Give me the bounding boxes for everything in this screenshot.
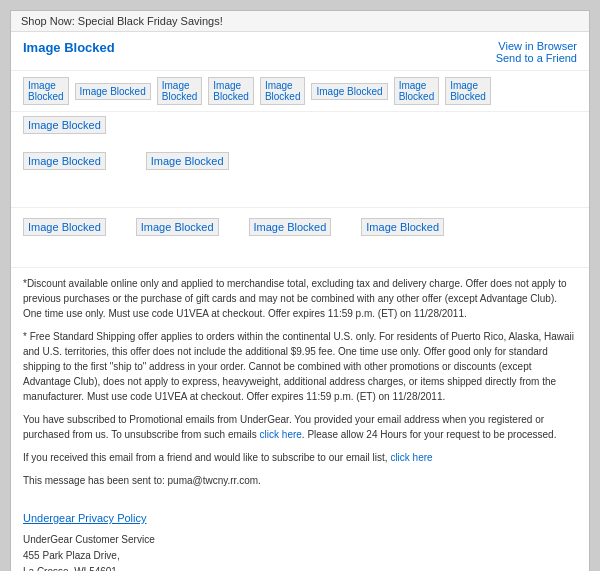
nav-item-5[interactable]: ImageBlocked bbox=[260, 77, 306, 105]
product-item-2: Image Blocked bbox=[136, 218, 219, 236]
topbar-text: Shop Now: Special Black Friday Savings! bbox=[21, 15, 223, 27]
friend-prefix: If you received this email from a friend… bbox=[23, 452, 390, 463]
header-links: View in Browser Send to a Friend bbox=[496, 40, 577, 64]
send-friend-link[interactable]: Send to a Friend bbox=[496, 52, 577, 64]
header-section: Image Blocked View in Browser Send to a … bbox=[11, 32, 589, 71]
promo-section: Image Blocked Image Blocked bbox=[11, 138, 589, 208]
nav-item-6[interactable]: Image Blocked bbox=[311, 83, 387, 100]
subheader-blocked: Image Blocked bbox=[23, 116, 106, 134]
promo-right: Image Blocked bbox=[146, 152, 229, 170]
promo-unsub: You have subscribed to Promotional email… bbox=[23, 412, 577, 442]
product-item-3: Image Blocked bbox=[249, 218, 332, 236]
product-item-4: Image Blocked bbox=[361, 218, 444, 236]
privacy-policy-link[interactable]: Undergear Privacy Policy bbox=[23, 510, 577, 528]
footer-text: *Discount available online only and appl… bbox=[11, 268, 589, 504]
company-name: UnderGear Customer Service bbox=[23, 532, 577, 548]
view-browser-link[interactable]: View in Browser bbox=[496, 40, 577, 52]
logo-blocked: Image Blocked bbox=[23, 40, 115, 55]
footer-address: Undergear Privacy Policy UnderGear Custo… bbox=[11, 504, 589, 571]
address-line1: 455 Park Plaza Drive, bbox=[23, 548, 577, 564]
friend-link[interactable]: click here bbox=[390, 452, 432, 463]
disclaimer1: *Discount available online only and appl… bbox=[23, 276, 577, 321]
disclaimer2: * Free Standard Shipping offer applies t… bbox=[23, 329, 577, 404]
nav-item-3[interactable]: ImageBlocked bbox=[157, 77, 203, 105]
address-line2: La Crosse, WI 54601 bbox=[23, 564, 577, 571]
sub-header-row: Image Blocked bbox=[11, 112, 589, 138]
promo-suffix: . Please allow 24 Hours for your request… bbox=[302, 429, 557, 440]
product-row: Image Blocked Image Blocked Image Blocke… bbox=[11, 208, 589, 268]
promo-left: Image Blocked bbox=[23, 152, 106, 170]
nav-row: ImageBlocked Image Blocked ImageBlocked … bbox=[11, 71, 589, 112]
nav-item-8[interactable]: ImageBlocked bbox=[445, 77, 491, 105]
unsub-link[interactable]: click here bbox=[260, 429, 302, 440]
friend-sub: If you received this email from a friend… bbox=[23, 450, 577, 465]
nav-item-4[interactable]: ImageBlocked bbox=[208, 77, 254, 105]
email-container: Shop Now: Special Black Friday Savings! … bbox=[10, 10, 590, 571]
nav-item-7[interactable]: ImageBlocked bbox=[394, 77, 440, 105]
header-logo: Image Blocked bbox=[23, 40, 115, 55]
nav-item-1[interactable]: ImageBlocked bbox=[23, 77, 69, 105]
top-bar: Shop Now: Special Black Friday Savings! bbox=[11, 11, 589, 32]
product-item-1: Image Blocked bbox=[23, 218, 106, 236]
nav-item-2[interactable]: Image Blocked bbox=[75, 83, 151, 100]
sent-to: This message has been sent to: puma@twcn… bbox=[23, 473, 577, 488]
